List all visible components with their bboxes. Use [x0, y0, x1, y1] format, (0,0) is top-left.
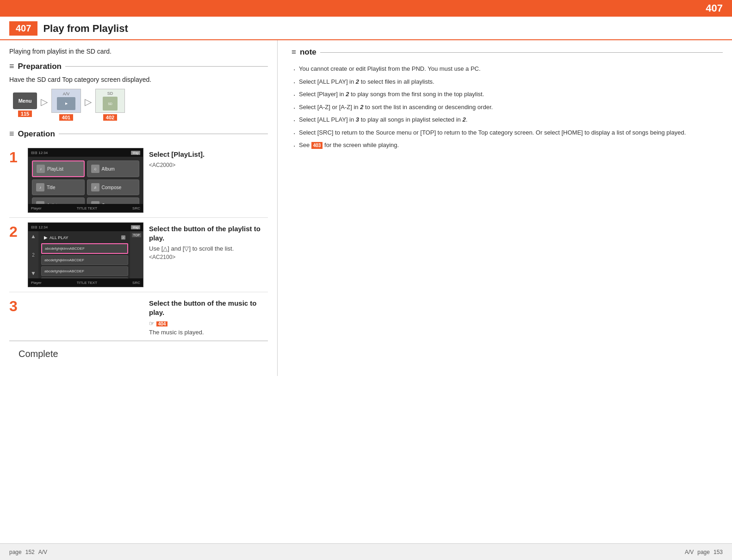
note-item-6: Select [SRC] to return to the Source men…: [292, 126, 723, 139]
prep-badge-402: 402: [103, 114, 117, 121]
preparation-heading: Preparation: [9, 62, 268, 71]
menu-icon: Menu: [13, 92, 37, 109]
note-item-3: Select [Player] in 2 to play songs from …: [292, 88, 723, 101]
step-num-2: 2: [9, 224, 22, 239]
prep-arrow-1: ▷: [41, 96, 48, 107]
note-item-4: Select [A-Z] or [A-Z] in 2 to sort the l…: [292, 101, 723, 114]
map-badge-2: Map: [131, 225, 140, 229]
page-title: Play from Playlist: [43, 23, 128, 35]
page-header: 407 Play from Playlist: [0, 17, 732, 40]
step-num-1: 1: [9, 150, 22, 165]
note-heading: note: [292, 48, 723, 57]
top-bar: 407: [0, 0, 732, 17]
step-num-3: 3: [9, 299, 22, 314]
complete-text: Complete: [19, 349, 58, 359]
top-side: TOP: [130, 231, 143, 278]
step-1-caption: <AC2000>: [149, 162, 268, 168]
album-btn[interactable]: ♫ Album: [87, 160, 140, 177]
playlist-icon: ♪: [37, 165, 45, 173]
footer: page 152 A/V A/V page 153: [0, 543, 732, 560]
sd-icon: SD SD: [95, 89, 125, 113]
step-3-desc: Select the button of the music to play. …: [149, 297, 268, 336]
footer-right: A/V page 153: [685, 549, 723, 555]
step-1: 1 ⊟⊟ 12:34 Map ♪ PlayList ♫: [9, 143, 268, 218]
top-bar-page-number: 407: [706, 2, 723, 14]
complete-section: Complete: [9, 341, 268, 367]
step-1-screen: ⊟⊟ 12:34 Map ♪ PlayList ♫ Album: [28, 148, 143, 213]
step-1-title: Select [PlayList].: [149, 150, 268, 159]
main-layout: Playing from playlist in the SD card. Pr…: [0, 40, 732, 376]
av-icon: A/V ▶: [51, 89, 81, 113]
page-badge: 407: [9, 21, 37, 36]
playlist-btn[interactable]: ♪ PlayList: [32, 160, 85, 177]
screen1-topbar: ⊟⊟ 12:34 Map: [28, 148, 143, 157]
playlist-item-2[interactable]: abcdefghijklmnABCDEF: [41, 255, 128, 265]
note-item-5: Select [ALL PLAY] in 3 to play all songs…: [292, 113, 723, 126]
step-3-title: Select the button of the music to play.: [149, 299, 268, 317]
prep-item-menu: Menu 115: [13, 92, 37, 117]
section-line: [65, 66, 268, 67]
prep-item-av: A/V ▶ 401: [51, 89, 81, 121]
left-column: Playing from playlist in the SD card. Pr…: [0, 40, 278, 376]
operation-heading: Operation: [9, 129, 268, 139]
title-btn[interactable]: ♪ Title: [32, 179, 85, 195]
footer-section-right: A/V: [685, 549, 694, 555]
note-list: You cannot create or edit Playlist from …: [292, 62, 723, 152]
subtitle-text: Playing from playlist in the SD card.: [9, 48, 268, 55]
note-item-2: Select [ALL PLAY] in 2 to select files i…: [292, 75, 723, 88]
step-2: 2 ⊟⊟ 12:34 Map ▲ 2 ▼: [9, 218, 268, 292]
step-2-screen: ⊟⊟ 12:34 Map ▲ 2 ▼ ▶ ALL: [28, 222, 143, 287]
ref-badge-404: 404: [156, 321, 168, 326]
section-line-op: [59, 134, 268, 134]
allplay-btn[interactable]: ▶ ALL PLAY ♪: [41, 233, 128, 242]
compose-icon: ♬: [91, 183, 99, 191]
prep-item-sd: SD SD 402: [95, 89, 125, 121]
step-2-desc: Select the button of the playlist to pla…: [149, 222, 268, 260]
prep-subtitle: Have the SD card Top category screen dis…: [9, 76, 268, 83]
right-column: note You cannot create or edit Playlist …: [278, 40, 732, 376]
note-line: [320, 52, 723, 53]
step-container: 1 ⊟⊟ 12:34 Map ♪ PlayList ♫: [9, 143, 268, 341]
step-2-title: Select the button of the playlist to pla…: [149, 224, 268, 242]
title-icon: ♪: [36, 183, 44, 191]
playlist-item-3[interactable]: abcdefghijklmnABCDEF: [41, 266, 128, 276]
map-badge: Map: [131, 151, 140, 155]
scroll-side: ▲ 2 ▼: [28, 231, 38, 278]
screen2-bottombar: Player TITLE TEXT SRC: [28, 278, 143, 287]
step-1-desc: Select [PlayList]. <AC2000>: [149, 148, 268, 168]
prep-badge-115: 115: [18, 111, 32, 117]
footer-page-label-left: page: [9, 549, 22, 555]
album-icon: ♫: [91, 165, 99, 173]
step-3-sub: The music is played.: [149, 329, 268, 336]
footer-page-label-right: page: [697, 549, 710, 555]
compose-btn[interactable]: ♬ Compose: [87, 179, 140, 195]
step-3: 3 Select the button of the music to play…: [9, 292, 268, 341]
step-2-caption: <AC2100>: [149, 254, 268, 260]
prep-row: Menu 115 ▷ A/V ▶ 401 ▷ SD: [13, 89, 268, 121]
prep-badge-401: 401: [59, 114, 73, 121]
playlist-item-1[interactable]: abcdefghijklmnABCDEF: [41, 243, 128, 254]
note-item-1: You cannot create or edit Playlist from …: [292, 62, 723, 75]
screen2-topbar: ⊟⊟ 12:34 Map: [28, 223, 143, 231]
step-2-sub: Use [△] and [▽] to scroll the list.: [149, 245, 268, 252]
note-item-7: See 403 for the screen while playing.: [292, 139, 723, 152]
prep-arrow-2: ▷: [85, 96, 92, 107]
footer-page-num-right: 153: [713, 549, 723, 555]
ref-badge-403: 403: [311, 142, 323, 149]
footer-section-left: A/V: [38, 549, 47, 555]
screen1-bottombar: Player TITLE TEXT SRC: [28, 204, 143, 212]
footer-left: page 152 A/V: [9, 549, 47, 555]
footer-page-num-left: 152: [25, 549, 35, 555]
